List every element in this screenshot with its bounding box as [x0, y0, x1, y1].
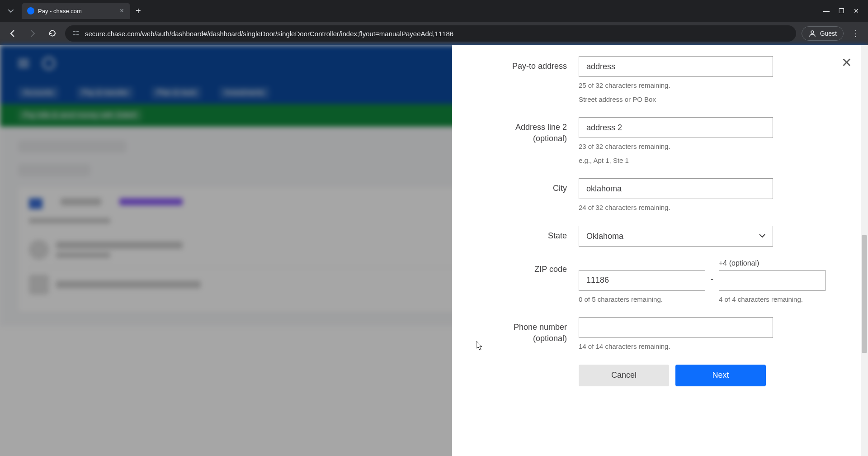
close-flyout-button[interactable]: ✕	[841, 55, 852, 70]
address-bar: secure.chase.com/web/auth/dashboard#/das…	[0, 22, 868, 45]
guest-profile-button[interactable]: Guest	[802, 26, 844, 41]
arrow-left-icon	[9, 29, 17, 38]
url-text: secure.chase.com/web/auth/dashboard#/das…	[85, 30, 453, 38]
add-payee-flyout: ✕ Pay-to address 25 of 32 characters rem…	[452, 45, 868, 456]
guest-label: Guest	[820, 30, 837, 37]
cancel-button[interactable]: Cancel	[579, 365, 669, 386]
scrollbar-track[interactable]	[861, 45, 868, 456]
zip-count: 0 of 5 characters remaining.	[579, 294, 705, 305]
window-controls: — ❐ ✕	[823, 7, 864, 14]
zip-plus4-input[interactable]	[719, 270, 826, 291]
next-button[interactable]: Next	[675, 365, 766, 386]
city-label: City	[479, 178, 579, 194]
close-window-icon[interactable]: ✕	[854, 7, 859, 14]
zip-dash: -	[711, 259, 713, 284]
url-field[interactable]: secure.chase.com/web/auth/dashboard#/das…	[65, 25, 796, 42]
zip-row: ZIP code 0 of 5 characters remaining. - …	[479, 259, 841, 305]
new-tab-button[interactable]: +	[136, 6, 141, 16]
form-actions: Cancel Next	[579, 365, 841, 386]
reload-button[interactable]	[45, 26, 60, 41]
svg-rect-3	[76, 34, 79, 35]
svg-rect-2	[73, 34, 75, 35]
phone-row: Phone number (optional) 14 of 14 charact…	[479, 317, 841, 352]
address-line-2-row: Address line 2 (optional) 23 of 32 chara…	[479, 117, 841, 166]
chevron-down-icon	[8, 8, 14, 14]
state-select[interactable]: Oklahoma	[579, 226, 773, 247]
city-row: City 24 of 32 characters remaining.	[479, 178, 841, 213]
tab-close-icon[interactable]: ×	[119, 7, 125, 15]
zip-label: ZIP code	[479, 259, 579, 275]
address-line-2-desc: e.g., Apt 1, Ste 1	[579, 156, 773, 166]
reload-icon	[48, 29, 57, 38]
back-button[interactable]	[5, 26, 20, 41]
pay-to-address-input[interactable]	[579, 56, 773, 77]
svg-point-4	[811, 31, 814, 33]
minimize-icon[interactable]: —	[823, 7, 830, 14]
pay-to-address-count: 25 of 32 characters remaining.	[579, 81, 773, 91]
arrow-right-icon	[28, 29, 37, 38]
city-count: 24 of 32 characters remaining.	[579, 203, 773, 213]
phone-count: 14 of 14 characters remaining.	[579, 342, 773, 352]
zip-input[interactable]	[579, 270, 705, 291]
address-line-2-label: Address line 2 (optional)	[479, 117, 579, 144]
state-label: State	[479, 226, 579, 242]
svg-rect-1	[76, 31, 79, 32]
city-input[interactable]	[579, 178, 773, 199]
scrollbar-thumb[interactable]	[862, 235, 867, 353]
tab-search-dropdown[interactable]	[4, 4, 18, 18]
tab-title: Pay - chase.com	[38, 8, 115, 14]
tab-bar: Pay - chase.com × + — ❐ ✕	[0, 0, 868, 22]
phone-input[interactable]	[579, 317, 773, 338]
page-content: AccountsPay & transferPlan & trackInvest…	[0, 45, 868, 456]
state-row: State Oklahoma	[479, 226, 841, 247]
address-line-2-count: 23 of 32 characters remaining.	[579, 142, 773, 152]
person-icon	[808, 29, 816, 38]
pay-to-address-desc: Street address or PO Box	[579, 95, 773, 105]
svg-rect-0	[73, 31, 75, 32]
pay-to-address-row: Pay-to address 25 of 32 characters remai…	[479, 56, 841, 104]
browser-tab[interactable]: Pay - chase.com ×	[22, 3, 130, 19]
maximize-icon[interactable]: ❐	[839, 7, 844, 14]
phone-label: Phone number (optional)	[479, 317, 579, 344]
forward-button[interactable]	[25, 26, 40, 41]
site-settings-icon[interactable]	[72, 29, 80, 38]
pay-to-address-label: Pay-to address	[479, 56, 579, 72]
zip-plus4-count: 4 of 4 characters remaining.	[719, 294, 826, 305]
browser-chrome: Pay - chase.com × + — ❐ ✕ secure.chase.c…	[0, 0, 868, 45]
zip-plus4-label: +4 (optional)	[719, 259, 826, 267]
address-line-2-input[interactable]	[579, 117, 773, 138]
favicon-icon	[27, 7, 34, 14]
browser-menu-icon[interactable]: ⋮	[849, 28, 863, 38]
